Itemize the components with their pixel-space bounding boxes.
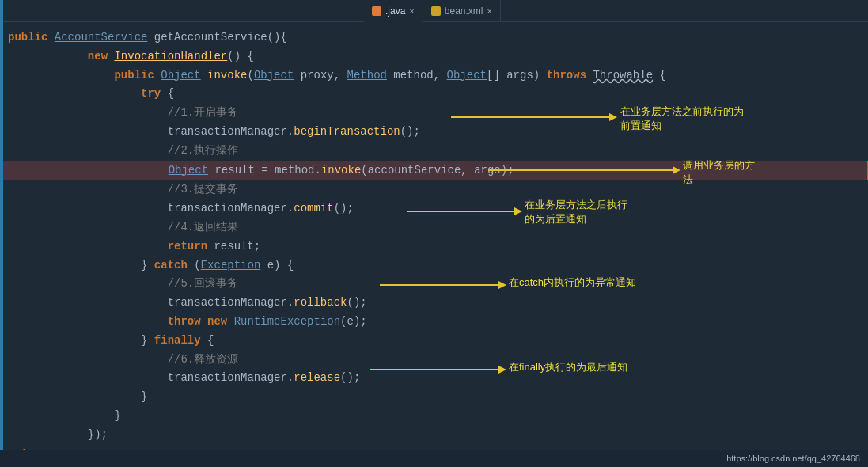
code-line-18: //6.释放资源: [0, 351, 868, 370]
code-line-12: return result;: [0, 237, 868, 256]
code-text: getAccountService: [147, 28, 267, 47]
annotation-1-text: 在业务层方法之前执行的为前置通知: [620, 104, 744, 133]
code-line-17: } finally {: [0, 332, 868, 351]
tab-java-label: .java: [385, 6, 405, 17]
annotation-4-text: 在catch内执行的为异常通知: [509, 275, 636, 290]
code-line-1: public AccountService getAccountService(…: [0, 28, 868, 47]
java-icon: [372, 6, 381, 16]
code-line-20: }: [0, 388, 868, 407]
code-line-7: //2.执行操作: [0, 142, 868, 161]
code-line-22: });: [0, 426, 868, 445]
left-accent-bar: [0, 0, 3, 467]
code-line-14: //5.回滚事务: [0, 275, 868, 294]
tab-xml-label: bean.xml: [445, 6, 483, 17]
code-line-21: }: [0, 407, 868, 426]
code-line-10: transactionManager.commit();: [0, 199, 868, 218]
tab-bar: .java × bean.xml ×: [0, 0, 868, 22]
tab-xml-close[interactable]: ×: [487, 6, 492, 16]
code-line-11: //4.返回结果: [0, 218, 868, 237]
keyword-public: public: [8, 28, 55, 47]
code-line-4: try {: [0, 85, 868, 104]
tab-xml[interactable]: bean.xml ×: [423, 0, 501, 22]
type-accountservice: AccountService: [55, 28, 148, 47]
code-line-13: } catch (Exception e) {: [0, 256, 868, 275]
footer-url: https://blog.csdn.net/qq_42764468: [726, 454, 860, 463]
footer-bar: https://blog.csdn.net/qq_42764468: [0, 450, 868, 467]
code-line-16: throw new RuntimeException(e);: [0, 313, 868, 332]
code-line-19: transactionManager.release();: [0, 369, 868, 388]
annotation-2-text: 调用业务层的方法: [683, 158, 755, 187]
tab-java-close[interactable]: ×: [409, 6, 414, 16]
annotation-3-text: 在业务层方法之后执行的为后置通知: [525, 198, 627, 226]
code-area: public AccountService getAccountService(…: [0, 22, 868, 467]
annotation-5-text: 在finally执行的为最后通知: [509, 360, 627, 374]
code-line-3: public Object invoke(Object proxy, Metho…: [0, 66, 868, 85]
tab-java[interactable]: .java ×: [364, 0, 423, 22]
code-line-2: new InvocationHandler() {: [0, 47, 868, 66]
code-line-15: transactionManager.rollback();: [0, 294, 868, 313]
xml-icon: [431, 6, 441, 16]
